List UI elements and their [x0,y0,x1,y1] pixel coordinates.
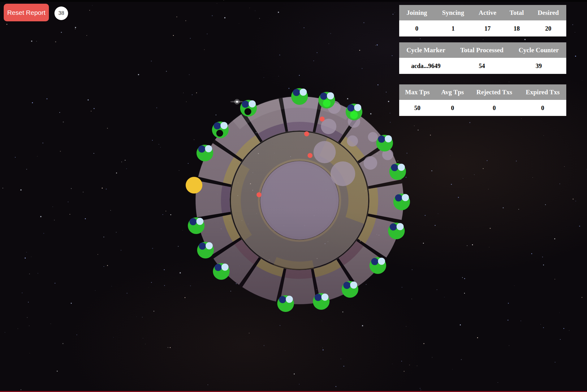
node-active[interactable] [277,295,294,312]
node-active[interactable] [212,121,229,138]
col-syncing: Syncing [434,5,472,20]
node-active[interactable] [393,194,410,210]
gray-circle [368,132,378,142]
col-total-processed: Total Processed [453,42,511,58]
node-active[interactable] [318,92,335,109]
node-marker-brightgreen [350,111,358,119]
node-active[interactable] [213,263,230,280]
col-avg-tps: Avg Tps [435,84,469,100]
syncing-value: 1 [434,20,472,36]
joining-value: 0 [399,20,434,36]
node-marker-navy [279,296,286,303]
gray-circle [364,156,377,170]
node-marker-navy [315,294,322,301]
node-marker-lightblue [205,145,212,152]
table-row: 0 1 17 18 20 [399,20,566,36]
node-marker-navy [190,218,197,225]
node-marker-navy [215,264,222,271]
cycle-marker-value: acda...9649 [399,58,453,74]
node-active[interactable] [197,242,214,258]
col-rejected-txs: Rejected Txs [469,84,519,100]
max-tps-value: 50 [399,100,435,116]
node-active[interactable] [389,163,406,180]
node-body[interactable] [186,177,202,194]
cycle-counter-value: 39 [511,58,566,74]
node-counts-table: Joining Syncing Active Total Desired 0 1… [399,5,566,36]
gray-circle [313,141,336,163]
node-marker-navy [371,258,378,265]
red-dot [257,192,261,197]
col-expired-txs: Expired Txs [519,84,566,100]
node-active[interactable] [313,293,330,310]
red-dot [320,117,325,121]
node-active[interactable] [291,88,308,105]
node-active[interactable] [188,217,205,234]
node-marker-lightblue [397,223,404,230]
node-active[interactable] [196,145,213,161]
node-active[interactable] [240,100,257,117]
node-active[interactable] [388,223,405,239]
col-max-tps: Max Tps [399,84,435,100]
node-marker-lightblue [222,264,229,271]
node-marker-lightblue [249,100,256,108]
node-marker-brightgreen [323,100,331,107]
rejected-txs-value: 0 [469,100,519,116]
cycle-info-table: Cycle Marker Total Processed Cycle Count… [399,42,566,74]
desired-value: 20 [530,20,566,36]
node-marker-lightblue [350,282,357,289]
node-marker-navy [198,146,205,153]
node-marker-lightblue [354,104,361,111]
node-active[interactable] [342,281,358,298]
node-marker-navy [293,89,300,96]
node-marker-navy [347,104,355,112]
node-marker-navy [395,194,402,202]
node-marker-lightblue [402,194,409,201]
red-dot [304,131,309,136]
node-marker-lightblue [322,294,329,301]
tps-stats-table: Max Tps Avg Tps Rejected Txs Expired Txs… [399,84,566,116]
node-active[interactable] [376,135,393,151]
node-syncing[interactable] [186,177,202,194]
col-total: Total [503,5,530,20]
red-dot [308,153,313,158]
node-marker-navy [242,101,249,108]
gray-circle [347,135,358,147]
report-count-badge: 38 [54,6,68,20]
node-marker-navy [214,122,221,130]
node-marker-lightblue [385,135,392,143]
col-cycle-marker: Cycle Marker [399,42,453,58]
node-marker-lightblue [300,89,307,96]
active-value: 17 [472,20,503,36]
node-marker-lightblue [286,296,293,303]
node-marker-navy [199,243,206,250]
node-active[interactable] [346,104,362,120]
node-marker-navy [390,224,397,231]
node-marker-navy [343,282,351,289]
table-row: 50 0 0 0 [399,100,566,116]
node-marker-lightblue [327,92,334,100]
reset-report-button[interactable]: Reset Report [4,4,49,21]
col-cycle-counter: Cycle Counter [511,42,566,58]
monitor-dashboard: Reset Report 38 Joining Syncing Active T… [0,0,587,392]
col-active: Active [472,5,503,20]
table-row: acda...9649 54 39 [399,58,566,74]
col-joining: Joining [399,5,434,20]
node-marker-lightblue [378,258,385,265]
top-edge-strip [0,0,587,2]
total-processed-value: 54 [453,58,511,74]
col-desired: Desired [530,5,566,20]
node-active[interactable] [369,257,386,274]
node-marker-navy [378,136,385,143]
node-marker-lightblue [206,242,213,249]
node-marker-lightblue [398,164,405,171]
node-marker-lightblue [196,218,204,225]
node-marker-navy [391,164,398,171]
gray-circle [330,161,355,186]
avg-tps-value: 0 [435,100,469,116]
expired-txs-value: 0 [519,100,566,116]
total-value: 18 [503,20,530,36]
node-marker-black [244,108,251,115]
node-marker-black [216,130,223,137]
node-marker-navy [320,93,327,100]
node-marker-lightblue [221,122,228,129]
